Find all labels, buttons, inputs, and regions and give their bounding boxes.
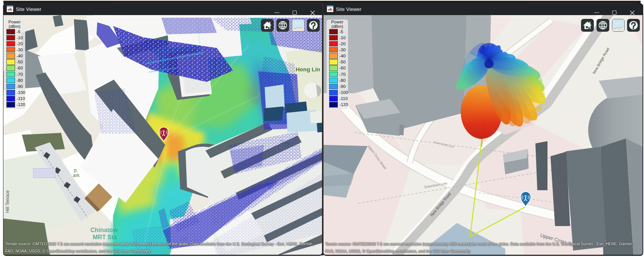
svg-text:MRT Sta: MRT Sta [93,234,117,240]
svg-text:Hill Terrace: Hill Terrace [5,190,10,213]
svg-text:Chinatow: Chinatow [90,227,118,233]
svg-text:ark: ark [73,172,80,178]
svg-text:p.: p. [74,167,78,173]
svg-text:Hong Lin: Hong Lin [296,66,320,72]
